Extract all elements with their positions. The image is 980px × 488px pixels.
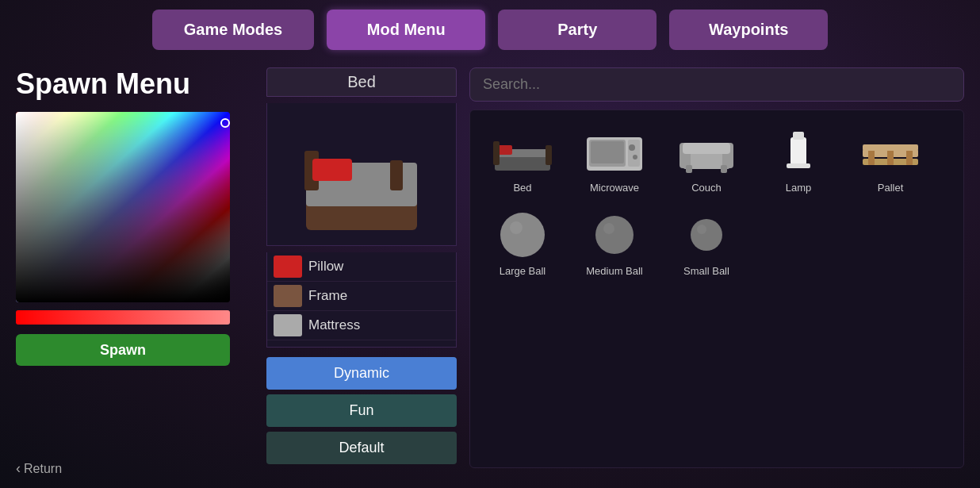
svg-point-27	[510, 221, 523, 234]
selected-item-name: Bed	[266, 67, 457, 97]
svg-rect-16	[721, 165, 727, 173]
svg-rect-17	[791, 137, 806, 165]
part-name-mattress: Mattress	[308, 317, 360, 333]
part-row-mattress[interactable]: Mattress	[267, 311, 456, 340]
item-label-small-ball: Small Ball	[683, 265, 729, 277]
item-label-lamp: Lamp	[786, 182, 812, 194]
item-card-small-ball[interactable]: Small Ball	[662, 202, 751, 282]
svg-rect-15	[686, 165, 692, 173]
color-picker[interactable]	[16, 112, 230, 302]
item-card-large-ball[interactable]: Large Ball	[478, 202, 567, 282]
item-label-microwave: Microwave	[590, 182, 639, 194]
return-label: Return	[24, 462, 62, 476]
search-input[interactable]	[469, 67, 964, 102]
item-icon-bed	[487, 123, 558, 179]
part-name-frame: Frame	[308, 288, 347, 304]
item-icon-medium-ball	[579, 206, 650, 262]
svg-rect-25	[863, 144, 918, 151]
part-color-pillow[interactable]	[274, 256, 302, 278]
bed-pillow-shape	[312, 159, 352, 181]
spawn-button[interactable]: Spawn	[16, 334, 230, 366]
svg-point-9	[629, 144, 635, 151]
svg-rect-24	[906, 149, 913, 165]
mode-default[interactable]: Default	[266, 432, 457, 464]
svg-rect-22	[868, 149, 875, 165]
item-icon-small-ball	[671, 206, 742, 262]
item-card-bed[interactable]: Bed	[478, 118, 567, 198]
item-icon-large-ball	[487, 206, 558, 262]
item-preview	[266, 103, 457, 246]
part-color-frame[interactable]	[274, 285, 302, 307]
mode-dynamic[interactable]: Dynamic	[266, 357, 457, 390]
nav-party[interactable]: Party	[498, 10, 657, 50]
part-name-pillow: Pillow	[308, 259, 343, 275]
bed-3d-preview	[298, 119, 425, 230]
svg-rect-23	[887, 149, 894, 165]
svg-rect-7	[628, 140, 640, 167]
svg-point-10	[633, 155, 637, 159]
nav-game-modes[interactable]: Game Modes	[152, 10, 314, 50]
svg-rect-4	[546, 145, 552, 165]
item-label-large-ball: Large Ball	[500, 265, 546, 277]
item-icon-couch	[671, 123, 742, 179]
part-color-mattress[interactable]	[274, 314, 302, 336]
item-card-lamp[interactable]: Lamp	[754, 118, 843, 198]
item-label-medium-ball: Medium Ball	[586, 265, 643, 277]
svg-point-31	[697, 225, 706, 234]
part-row-pillow[interactable]: Pillow	[267, 252, 456, 282]
mode-fun[interactable]: Fun	[266, 394, 457, 427]
item-label-pallet: Pallet	[878, 182, 904, 194]
item-card-pallet[interactable]: Pallet	[846, 118, 935, 198]
color-preview-strip[interactable]	[16, 310, 230, 325]
mode-buttons: Dynamic Fun Default	[266, 357, 457, 464]
main-area: Spawn Menu Spawn Bed	[0, 60, 980, 476]
svg-rect-19	[793, 132, 804, 140]
svg-point-28	[595, 216, 634, 254]
svg-rect-8	[591, 141, 624, 163]
svg-rect-18	[787, 163, 810, 168]
svg-rect-14	[683, 143, 730, 154]
color-picker-thumb	[220, 118, 230, 128]
middle-panel: Bed Pillow Frame	[266, 67, 457, 468]
svg-rect-3	[493, 141, 500, 165]
item-icon-pallet	[855, 123, 926, 179]
svg-point-26	[500, 213, 545, 257]
return-button[interactable]: ‹ Return	[16, 460, 62, 477]
right-panel: Bed Microwave	[469, 67, 964, 468]
item-icon-microwave	[579, 123, 650, 179]
nav-mod-menu[interactable]: Mod Menu	[327, 10, 485, 50]
spawn-menu-title: Spawn Menu	[16, 67, 254, 101]
nav-waypoints[interactable]: Waypoints	[669, 10, 828, 50]
part-row-frame[interactable]: Frame	[267, 282, 456, 311]
svg-point-29	[603, 223, 614, 234]
items-grid: Bed Microwave	[469, 110, 964, 468]
item-card-couch[interactable]: Couch	[662, 118, 751, 198]
color-gradient-overlay	[16, 112, 230, 302]
parts-list: Pillow Frame Mattress	[266, 252, 457, 348]
left-panel: Spawn Menu Spawn	[16, 67, 254, 468]
item-icon-lamp	[763, 123, 834, 179]
item-card-microwave[interactable]: Microwave	[570, 118, 659, 198]
item-card-medium-ball[interactable]: Medium Ball	[570, 202, 659, 282]
bed-footboard-shape	[390, 160, 403, 190]
svg-point-30	[691, 219, 722, 251]
item-label-couch: Couch	[691, 182, 722, 194]
top-navigation: Game Modes Mod Menu Party Waypoints	[0, 0, 980, 60]
return-arrow-icon: ‹	[16, 460, 21, 477]
item-label-bed: Bed	[513, 182, 531, 194]
